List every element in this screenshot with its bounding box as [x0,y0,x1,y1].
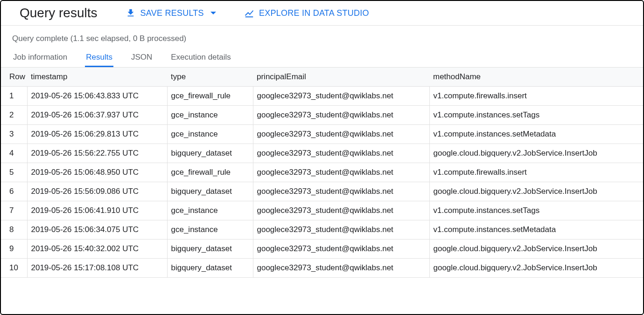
cell-timestamp: 2019-05-26 15:17:08.108 UTC [27,259,167,278]
cell-method-name: v1.compute.instances.setTags [429,201,643,220]
tab-job-information[interactable]: Job information [12,50,68,67]
cell-principal-email: googlece32973_student@qwiklabs.net [253,201,429,220]
explore-data-studio-button[interactable]: EXPLORE IN DATA STUDIO [244,8,369,18]
col-header-type: type [167,68,253,87]
cell-principal-email: googlece32973_student@qwiklabs.net [253,144,429,163]
cell-timestamp: 2019-05-26 15:06:37.937 UTC [27,106,167,125]
cell-method-name: v1.compute.instances.setTags [429,106,643,125]
cell-row: 1 [1,87,27,106]
cell-principal-email: googlece32973_student@qwiklabs.net [253,259,429,278]
cell-method-name: v1.compute.firewalls.insert [429,163,643,182]
table-row: 22019-05-26 15:06:37.937 UTCgce_instance… [1,106,643,125]
cell-principal-email: googlece32973_student@qwiklabs.net [253,240,429,259]
cell-row: 7 [1,201,27,220]
cell-principal-email: googlece32973_student@qwiklabs.net [253,125,429,144]
col-header-method-name: methodName [429,68,643,87]
cell-row: 3 [1,125,27,144]
table-row: 72019-05-26 15:06:41.910 UTCgce_instance… [1,201,643,220]
tabs: Job information Results JSON Execution d… [1,50,643,68]
cell-type: gce_instance [167,220,253,240]
cell-method-name: google.cloud.bigquery.v2.JobService.Inse… [429,144,643,163]
cell-row: 4 [1,144,27,163]
table-row: 62019-05-26 15:56:09.086 UTCbigquery_dat… [1,182,643,201]
save-results-button[interactable]: SAVE RESULTS [126,8,216,18]
table-row: 92019-05-26 15:40:32.002 UTCbigquery_dat… [1,240,643,259]
cell-row: 10 [1,259,27,278]
save-results-label: SAVE RESULTS [140,8,204,18]
cell-method-name: google.cloud.bigquery.v2.JobService.Inse… [429,182,643,201]
tab-json[interactable]: JSON [130,50,153,67]
cell-type: bigquery_dataset [167,259,253,278]
cell-timestamp: 2019-05-26 15:06:43.833 UTC [27,87,167,106]
cell-row: 8 [1,220,27,240]
cell-principal-email: googlece32973_student@qwiklabs.net [253,163,429,182]
cell-type: gce_instance [167,201,253,220]
chart-icon [244,8,254,18]
table-row: 42019-05-26 15:56:22.755 UTCbigquery_dat… [1,144,643,163]
cell-principal-email: googlece32973_student@qwiklabs.net [253,220,429,240]
col-header-row: Row [1,68,27,87]
cell-timestamp: 2019-05-26 15:06:34.075 UTC [27,220,167,240]
cell-row: 2 [1,106,27,125]
cell-method-name: google.cloud.bigquery.v2.JobService.Inse… [429,259,643,278]
cell-method-name: google.cloud.bigquery.v2.JobService.Inse… [429,240,643,259]
cell-timestamp: 2019-05-26 15:40:32.002 UTC [27,240,167,259]
cell-type: bigquery_dataset [167,144,253,163]
cell-row: 5 [1,163,27,182]
cell-type: bigquery_dataset [167,240,253,259]
cell-method-name: v1.compute.instances.setMetadata [429,220,643,240]
query-status: Query complete (1.1 sec elapsed, 0 B pro… [1,26,643,50]
cell-type: gce_instance [167,106,253,125]
tab-results[interactable]: Results [85,50,113,67]
table-row: 82019-05-26 15:06:34.075 UTCgce_instance… [1,220,643,240]
download-icon [126,8,136,18]
tab-execution-details[interactable]: Execution details [170,50,232,67]
cell-row: 9 [1,240,27,259]
header-actions: SAVE RESULTS EXPLORE IN DATA STUDIO [126,8,369,18]
col-header-principal-email: principalEmail [253,68,429,87]
table-header-row: Row timestamp type principalEmail method… [1,68,643,87]
cell-timestamp: 2019-05-26 15:56:09.086 UTC [27,182,167,201]
cell-timestamp: 2019-05-26 15:06:29.813 UTC [27,125,167,144]
table-row: 32019-05-26 15:06:29.813 UTCgce_instance… [1,125,643,144]
page-title: Query results [20,6,98,21]
col-header-timestamp: timestamp [27,68,167,87]
cell-method-name: v1.compute.firewalls.insert [429,87,643,106]
table-row: 52019-05-26 15:06:48.950 UTCgce_firewall… [1,163,643,182]
cell-type: bigquery_dataset [167,182,253,201]
table-row: 102019-05-26 15:17:08.108 UTCbigquery_da… [1,259,643,278]
cell-row: 6 [1,182,27,201]
explore-label: EXPLORE IN DATA STUDIO [259,8,369,18]
cell-principal-email: googlece32973_student@qwiklabs.net [253,106,429,125]
cell-principal-email: googlece32973_student@qwiklabs.net [253,182,429,201]
cell-type: gce_instance [167,125,253,144]
cell-timestamp: 2019-05-26 15:06:41.910 UTC [27,201,167,220]
cell-type: gce_firewall_rule [167,163,253,182]
cell-timestamp: 2019-05-26 15:56:22.755 UTC [27,144,167,163]
results-table: Row timestamp type principalEmail method… [1,68,643,278]
cell-type: gce_firewall_rule [167,87,253,106]
cell-timestamp: 2019-05-26 15:06:48.950 UTC [27,163,167,182]
cell-principal-email: googlece32973_student@qwiklabs.net [253,87,429,106]
chevron-down-icon [210,12,216,14]
cell-method-name: v1.compute.instances.setMetadata [429,125,643,144]
table-row: 12019-05-26 15:06:43.833 UTCgce_firewall… [1,87,643,106]
header: Query results SAVE RESULTS EXPLORE IN DA… [1,1,643,25]
